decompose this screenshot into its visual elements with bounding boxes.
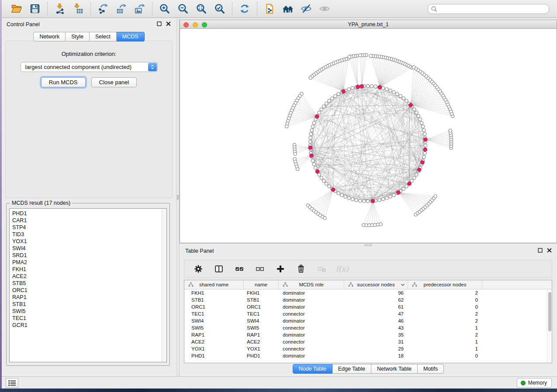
memory-button[interactable]: Memory [517,378,552,388]
app-window: Control Panel NetworkStyleSelectMCDS Opt… [2,0,557,389]
column-header-name[interactable]: name [244,280,279,289]
export-table-icon[interactable] [115,2,128,15]
mcds-result-item[interactable]: GCR1 [12,322,161,329]
mcds-result-item[interactable]: ACE2 [12,273,161,280]
maximize-window-icon[interactable] [202,22,207,28]
save-session-icon[interactable] [28,2,42,15]
mcds-result-item[interactable]: YOX1 [12,238,161,245]
table-row[interactable]: YOX1YOX1connector291 [184,345,552,352]
close-window-icon[interactable] [183,22,189,28]
network-window-titlebar[interactable]: YPA_prune.txt_1 [180,20,557,29]
mcds-result-item[interactable]: TID3 [12,231,161,238]
show-columns-icon[interactable] [212,262,225,275]
cell-predecessor-nodes: 2 [408,318,482,323]
cell-name: ACE2 [244,339,279,344]
table-settings-icon[interactable] [192,262,205,275]
table-scrollbar-thumb[interactable] [548,292,551,331]
cell-name: SWI5 [244,325,279,330]
task-history-button[interactable] [6,378,18,388]
tab-node-table[interactable]: Node Table [293,364,332,374]
mcds-result-item[interactable]: SWI5 [12,308,161,315]
network-from-selection-icon[interactable] [263,2,276,15]
tab-edge-table[interactable]: Edge Table [332,364,371,374]
table-body: FKH1FKH1dominator962STB1STB1dominator620… [184,289,552,359]
table-row[interactable]: PHD1PHD1dominator180 [184,352,552,359]
zoom-in-icon[interactable] [158,2,171,15]
hide-selected-icon[interactable] [300,2,313,15]
close-panel-button[interactable]: Close panel [91,77,137,87]
table-row[interactable]: ACE2ACE2connector311 [184,338,552,345]
optimization-criterion-select[interactable]: largest connected component (undirected) [21,62,158,72]
open-file-icon[interactable] [10,2,23,15]
table-row[interactable]: STB1STB1dominator620 [184,296,552,303]
tab-select[interactable]: Select [90,32,117,41]
zoom-out-icon[interactable] [176,2,190,15]
minimize-window-icon[interactable] [193,22,198,28]
column-header-predecessor-nodes[interactable]: predecessor nodes [408,280,482,289]
search-input[interactable] [428,4,549,14]
close-table-panel-icon[interactable] [547,248,552,253]
task-list-icon [8,380,16,386]
mcds-result-item[interactable]: CAR1 [12,217,161,224]
mcds-result-item[interactable]: SRD1 [12,252,161,259]
zoom-fit-icon[interactable] [195,2,208,15]
unselect-all-columns-icon[interactable] [253,262,266,275]
tab-motifs[interactable]: Motifs [418,364,444,374]
float-table-panel-icon[interactable] [538,248,543,253]
mcds-list-scrollbar[interactable] [162,209,166,362]
cell-successor-nodes: 18 [344,353,408,358]
first-neighbors-icon[interactable] [281,2,294,15]
network-window-title: YPA_prune.txt_1 [180,20,557,29]
cell-successor-nodes: 31 [344,339,408,344]
mcds-result-item[interactable]: TEC1 [12,315,161,322]
tab-style[interactable]: Style [66,32,90,41]
cell-MCDS-role: connector [279,325,344,330]
table-header-row: shared namenameMCDS rolesuccessor nodesp… [184,280,552,289]
export-image-icon[interactable] [133,2,146,15]
mcds-result-item[interactable]: RAP1 [12,294,161,301]
delete-columns-icon[interactable] [294,262,308,275]
table-row[interactable]: TEC1TEC1connector472 [184,310,552,317]
select-all-columns-icon[interactable] [233,262,246,275]
float-panel-icon[interactable] [157,21,162,26]
column-header-successor-nodes[interactable]: successor nodes [344,280,408,289]
search-icon [431,6,437,12]
table-row[interactable]: SWI5SWI5connector431 [184,324,552,331]
horizontal-splitter-handle[interactable] [364,244,372,246]
tab-network-table[interactable]: Network Table [371,364,418,374]
zoom-selected-icon[interactable] [213,2,226,15]
mcds-result-item[interactable]: STB5 [12,280,161,287]
mcds-result-item[interactable]: FKH1 [12,266,161,273]
network-view-window: YPA_prune.txt_1 [180,20,557,243]
table-row[interactable]: RAP1RAP1dominator352 [184,331,552,338]
vertical-splitter[interactable] [176,18,180,376]
mcds-result-item[interactable]: STP4 [12,224,161,231]
apply-layout-icon[interactable] [238,2,251,15]
mcds-result-item[interactable]: PMA2 [12,259,161,266]
cell-predecessor-nodes: 1 [408,325,482,330]
table-toolbar: f(x) [184,260,552,278]
run-mcds-button[interactable]: Run MCDS [41,77,86,87]
show-hidden-icon [318,2,331,15]
splitter-handle[interactable] [177,195,179,199]
create-column-icon[interactable] [274,262,287,275]
column-header-MCDS-role[interactable]: MCDS role [279,280,344,289]
mcds-result-item[interactable]: SWI4 [12,245,161,252]
close-panel-icon[interactable] [166,21,171,26]
table-row[interactable]: SWI4SWI4dominator462 [184,317,552,324]
tab-network[interactable]: Network [33,32,66,41]
mcds-result-list[interactable]: PHD1CAR1STP4TID3YOX1SWI4SRD1PMA2FKH1ACE2… [9,208,167,362]
mcds-result-item[interactable]: STB1 [12,301,161,308]
network-canvas[interactable] [180,29,557,243]
mcds-result-item[interactable]: PHD1 [12,210,161,217]
import-table-icon[interactable] [72,2,85,15]
table-row[interactable]: FKH1FKH1dominator962 [184,289,552,296]
mcds-result-item[interactable]: ORC1 [12,287,161,294]
table-scrollbar[interactable] [547,289,552,363]
export-network-icon[interactable] [97,2,110,15]
tab-mcds[interactable]: MCDS [117,32,145,41]
cell-shared-name: SWI4 [184,318,244,323]
table-row[interactable]: ORC1ORC1dominator610 [184,303,552,310]
column-header-shared-name[interactable]: shared name [184,280,244,289]
import-network-icon[interactable] [53,2,66,15]
